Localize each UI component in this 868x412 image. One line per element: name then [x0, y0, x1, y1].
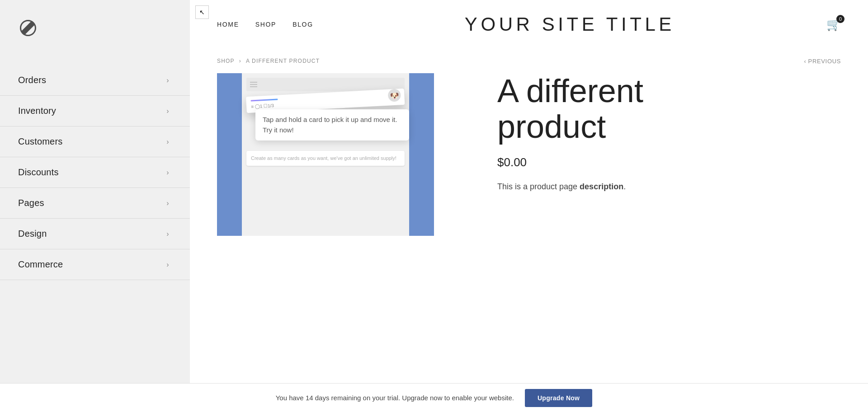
- upgrade-message: You have 14 days remaining on your trial…: [276, 394, 514, 402]
- card-footer-icons: ≡ ◯1 ☐1/3: [251, 103, 274, 109]
- kanban-card-area: ≡ ◯1 ☐1/3 🐶 Tap and hold a card to pick …: [242, 73, 409, 236]
- product-area: SHOP › A DIFFERENT PRODUCT ‹ PREVIOUS: [190, 49, 868, 412]
- site-nav: HOMESHOPBLOG: [217, 21, 313, 28]
- sidebar-label-orders: Orders: [18, 75, 46, 85]
- tooltip-text: Tap and hold a card to pick it up and mo…: [263, 116, 397, 134]
- sidebar-label-customers: Customers: [18, 136, 63, 147]
- site-header: HOMESHOPBLOG YOUR SITE TITLE 🛒 0: [190, 0, 868, 49]
- chevron-right-icon: ›: [164, 230, 172, 238]
- kanban-bg-left: [217, 73, 242, 236]
- product-description: This is a product page description.: [497, 180, 841, 193]
- product-layout: ≡ ◯1 ☐1/3 🐶 Tap and hold a card to pick …: [190, 73, 868, 409]
- chevron-right-icon: ›: [164, 169, 172, 177]
- chevron-right-icon: ›: [164, 138, 172, 146]
- site-nav-blog[interactable]: BLOG: [292, 21, 313, 28]
- breadcrumb-separator: ›: [239, 58, 241, 64]
- sidebar-nav: Orders›Inventory›Customers›Discounts›Pag…: [0, 56, 190, 412]
- site-nav-home[interactable]: HOME: [217, 21, 239, 28]
- cart-count-badge: 0: [836, 15, 844, 23]
- sidebar-label-inventory: Inventory: [18, 106, 56, 116]
- site-title: YOUR SITE TITLE: [313, 14, 826, 35]
- breadcrumb: SHOP › A DIFFERENT PRODUCT: [190, 49, 868, 73]
- sidebar-item-design[interactable]: Design›: [0, 219, 190, 249]
- back-arrow-icon: ↖: [199, 9, 205, 16]
- cart-icon[interactable]: 🛒 0: [826, 18, 841, 32]
- squarespace-logo-icon: [18, 18, 38, 38]
- product-details: A different product $0.00 This is a prod…: [461, 73, 841, 409]
- sidebar-item-customers[interactable]: Customers›: [0, 126, 190, 157]
- breadcrumb-current: A DIFFERENT PRODUCT: [246, 58, 320, 64]
- main-preview: ↖ HOMESHOPBLOG YOUR SITE TITLE 🛒 0 SHOP …: [190, 0, 868, 412]
- chevron-right-icon: ›: [164, 107, 172, 115]
- sidebar-item-pages[interactable]: Pages›: [0, 188, 190, 219]
- product-title-line2: product: [497, 108, 606, 145]
- sidebar: Orders›Inventory›Customers›Discounts›Pag…: [0, 0, 190, 412]
- product-title: A different product: [497, 73, 841, 145]
- product-image-container: ≡ ◯1 ☐1/3 🐶 Tap and hold a card to pick …: [217, 73, 461, 245]
- description-end: .: [623, 182, 626, 191]
- sidebar-label-design: Design: [18, 229, 47, 239]
- tooltip-bubble: Tap and hold a card to pick it up and mo…: [255, 109, 409, 140]
- sidebar-label-discounts: Discounts: [18, 167, 59, 178]
- sidebar-logo-area: [0, 0, 190, 56]
- breadcrumb-shop[interactable]: SHOP: [217, 58, 235, 64]
- product-title-line1: A different: [497, 73, 643, 109]
- site-nav-shop[interactable]: SHOP: [255, 21, 276, 28]
- chevron-right-icon: ›: [164, 199, 172, 207]
- description-start: This is a product page: [497, 182, 580, 191]
- card-color-bar: [250, 99, 278, 102]
- kanban-lines-icon: [250, 82, 257, 87]
- kanban-card-lower: Create as many cards as you want, we've …: [246, 151, 405, 166]
- kanban-card-footer: ≡ ◯1 ☐1/3: [251, 96, 400, 109]
- preview-back-button[interactable]: ↖: [195, 5, 209, 19]
- sidebar-item-inventory[interactable]: Inventory›: [0, 96, 190, 126]
- sidebar-label-commerce: Commerce: [18, 259, 63, 270]
- sidebar-item-orders[interactable]: Orders›: [0, 65, 190, 96]
- sidebar-item-commerce[interactable]: Commerce›: [0, 249, 190, 280]
- previous-link[interactable]: ‹ PREVIOUS: [804, 58, 841, 65]
- kanban-card-lower-text: Create as many cards as you want, we've …: [251, 154, 400, 162]
- chevron-right-icon: ›: [164, 261, 172, 269]
- sidebar-label-pages: Pages: [18, 198, 44, 208]
- description-bold: description: [580, 182, 623, 191]
- upgrade-now-button[interactable]: Upgrade Now: [525, 389, 592, 407]
- product-price: $0.00: [497, 155, 841, 169]
- kanban-bg-right: [409, 73, 434, 236]
- kanban-preview: ≡ ◯1 ☐1/3 🐶 Tap and hold a card to pick …: [217, 73, 434, 236]
- product-image-area: ≡ ◯1 ☐1/3 🐶 Tap and hold a card to pick …: [217, 73, 461, 409]
- chevron-right-icon: ›: [164, 76, 172, 84]
- upgrade-bar: You have 14 days remaining on your trial…: [0, 383, 868, 412]
- sidebar-item-discounts[interactable]: Discounts›: [0, 157, 190, 188]
